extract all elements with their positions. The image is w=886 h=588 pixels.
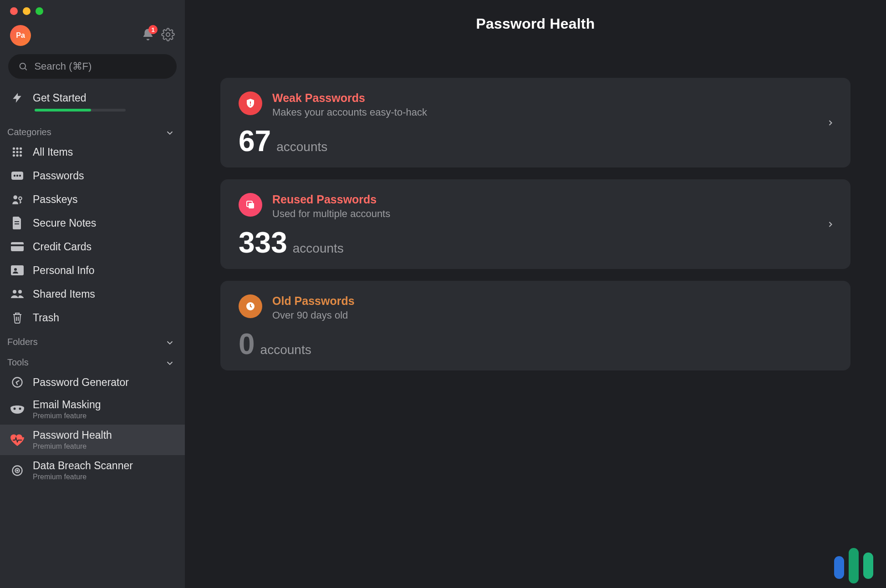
card-header: Reused Passwords Used for multiple accou… xyxy=(239,193,832,220)
health-cards: Weak Passwords Makes your accounts easy-… xyxy=(185,78,886,370)
chevron-down-icon xyxy=(165,358,175,368)
search-input[interactable] xyxy=(34,61,167,72)
sidebar-item-label: All Items xyxy=(33,146,73,158)
svg-rect-19 xyxy=(11,242,24,251)
notifications-button[interactable]: 1 xyxy=(141,28,155,43)
sidebar-item-data-breach-scanner[interactable]: Data Breach Scanner Premium feature xyxy=(0,455,185,486)
svg-point-27 xyxy=(19,407,21,410)
card-title: Reused Passwords xyxy=(272,193,390,206)
card-count: 0 accounts xyxy=(239,329,832,359)
sidebar-item-label: Shared Items xyxy=(33,288,95,300)
search-icon xyxy=(18,61,28,72)
window-maximize-button[interactable] xyxy=(36,7,43,15)
trash-icon xyxy=(10,310,25,325)
sidebar-item-label: Password Generator xyxy=(33,376,129,389)
svg-point-14 xyxy=(19,175,21,177)
svg-point-2 xyxy=(13,147,15,150)
passkey-icon xyxy=(10,192,25,207)
sidebar-item-passwords[interactable]: Passwords xyxy=(0,164,185,188)
refresh-icon xyxy=(10,375,25,390)
copy-icon xyxy=(239,193,262,217)
chevron-down-icon xyxy=(165,128,175,138)
sidebar-item-sublabel: Premium feature xyxy=(33,473,133,481)
avatar[interactable]: Pa xyxy=(10,25,31,46)
page-title: Password Health xyxy=(185,15,886,32)
password-icon xyxy=(10,168,25,183)
card-subtitle: Makes your accounts easy-to-hack xyxy=(272,106,427,118)
svg-rect-20 xyxy=(11,244,24,246)
chevron-down-icon xyxy=(165,338,175,348)
card-subtitle: Used for multiple accounts xyxy=(272,208,390,220)
window-close-button[interactable] xyxy=(10,7,18,15)
sidebar-item-label: Credit Cards xyxy=(33,241,92,253)
sidebar-item-shared-items[interactable]: Shared Items xyxy=(0,282,185,306)
avatar-initials: Pa xyxy=(16,31,25,40)
get-started-label: Get Started xyxy=(33,92,87,104)
heartbeat-icon xyxy=(10,433,25,447)
get-started-button[interactable]: Get Started xyxy=(0,85,185,106)
card-count-number: 333 xyxy=(239,228,287,257)
target-icon xyxy=(10,463,25,478)
section-header-tools[interactable]: Tools xyxy=(0,350,185,370)
clock-icon xyxy=(239,294,262,318)
get-started-progress-fill xyxy=(35,109,91,112)
card-weak-passwords[interactable]: Weak Passwords Makes your accounts easy-… xyxy=(220,78,850,167)
svg-point-10 xyxy=(20,154,22,157)
mask-icon xyxy=(10,402,25,417)
card-subtitle: Over 90 days old xyxy=(272,309,355,321)
svg-point-6 xyxy=(16,151,18,153)
sidebar-item-label: Email Masking xyxy=(33,399,101,411)
sidebar-item-password-generator[interactable]: Password Generator xyxy=(0,370,185,394)
svg-point-9 xyxy=(16,154,18,157)
sidebar-item-credit-cards[interactable]: Credit Cards xyxy=(0,235,185,259)
section-header-label: Folders xyxy=(7,337,38,347)
window-minimize-button[interactable] xyxy=(23,7,31,15)
svg-point-5 xyxy=(13,151,15,153)
svg-point-12 xyxy=(14,175,15,177)
settings-button[interactable] xyxy=(161,28,175,43)
sidebar-item-sublabel: Premium feature xyxy=(33,412,101,420)
section-header-folders[interactable]: Folders xyxy=(0,329,185,350)
svg-point-31 xyxy=(250,105,251,106)
svg-point-4 xyxy=(20,147,22,150)
svg-rect-17 xyxy=(15,221,19,222)
card-count-unit: accounts xyxy=(293,241,344,256)
section-header-label: Tools xyxy=(7,357,29,368)
card-reused-passwords[interactable]: Reused Passwords Used for multiple accou… xyxy=(220,179,850,269)
brand-bar-icon xyxy=(863,553,873,579)
svg-point-24 xyxy=(18,290,22,294)
chevron-right-icon xyxy=(826,220,835,229)
person-card-icon xyxy=(10,263,25,278)
sidebar-top-row: Pa 1 xyxy=(0,17,185,51)
main-panel: Password Health Weak Passwords Makes you… xyxy=(185,0,886,588)
svg-point-16 xyxy=(19,197,22,200)
sidebar-item-passkeys[interactable]: Passkeys xyxy=(0,188,185,211)
card-count: 333 accounts xyxy=(239,228,832,257)
svg-point-1 xyxy=(20,63,25,69)
svg-point-23 xyxy=(13,290,16,294)
sidebar-item-password-health[interactable]: Password Health Premium feature xyxy=(0,425,185,455)
sidebar-item-label: Secure Notes xyxy=(33,217,96,229)
sidebar-item-secure-notes[interactable]: Secure Notes xyxy=(0,211,185,235)
sidebar-item-all-items[interactable]: All Items xyxy=(0,140,185,164)
card-header: Weak Passwords Makes your accounts easy-… xyxy=(239,91,832,118)
card-count-number: 0 xyxy=(239,329,255,359)
sidebar-item-trash[interactable]: Trash xyxy=(0,306,185,329)
sidebar-item-personal-info[interactable]: Personal Info xyxy=(0,259,185,282)
notifications-badge: 1 xyxy=(148,25,158,34)
svg-point-8 xyxy=(13,154,15,157)
svg-point-7 xyxy=(20,151,22,153)
section-header-categories[interactable]: Categories xyxy=(0,120,185,140)
note-icon xyxy=(10,216,25,230)
sidebar-item-email-masking[interactable]: Email Masking Premium feature xyxy=(0,394,185,425)
svg-point-30 xyxy=(17,470,18,471)
lightning-icon xyxy=(10,91,25,105)
window-controls xyxy=(0,0,185,17)
brand-bar-icon xyxy=(849,548,859,583)
get-started-progress xyxy=(35,109,126,112)
card-old-passwords[interactable]: Old Passwords Over 90 days old 0 account… xyxy=(220,281,850,370)
svg-rect-32 xyxy=(249,203,254,208)
search-input-wrapper[interactable] xyxy=(8,54,177,79)
sidebar-item-sublabel: Premium feature xyxy=(33,442,112,451)
chevron-right-icon xyxy=(826,118,835,127)
